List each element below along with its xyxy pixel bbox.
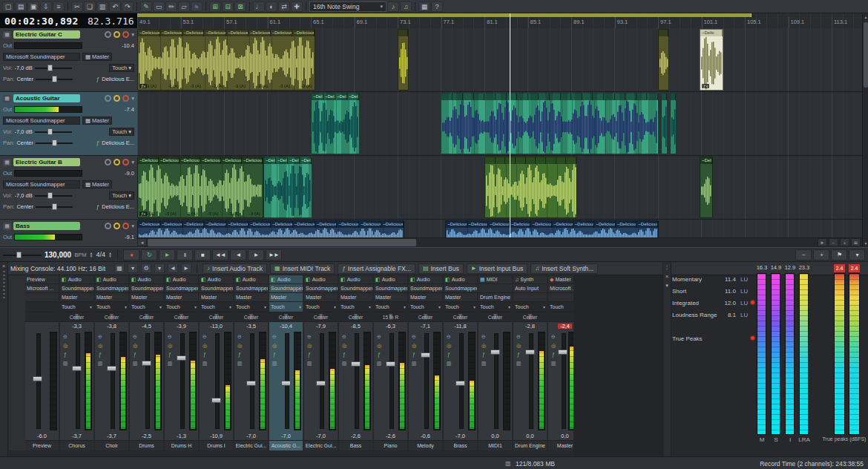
fx-icon[interactable]: ƒ [96, 76, 99, 82]
channel-io-icon[interactable]: ▥ [516, 361, 522, 366]
channel-automation-selector[interactable]: Touch▾ [339, 302, 372, 312]
channel-volume-fader[interactable] [105, 332, 118, 430]
channel-fx-icon[interactable]: ƒ [308, 352, 311, 357]
channel-automation-selector[interactable]: Touch▾ [95, 302, 128, 312]
snap-to-markers-icon[interactable]: ⊠ [234, 1, 246, 12]
paint-tool-icon[interactable]: ✏ [165, 1, 177, 12]
timeline-ruler[interactable]: 49.153.157.161.165.169.173.177.181.185.1… [137, 13, 862, 29]
channel-name-label[interactable]: Brass [444, 440, 477, 450]
channel-device-selector[interactable]: Soundmapper [60, 284, 93, 293]
channel-bus-selector[interactable]: Master [60, 293, 93, 302]
channel-fx-icon[interactable]: ƒ [238, 352, 241, 357]
bus-selector[interactable]: ▦Master [82, 117, 112, 125]
zoom-tool-icon[interactable]: ⊞ [851, 238, 861, 246]
mixer-strip-drums-h[interactable]: ◧AudioSoundmapperMasterTouch▾Center-3,9⊖… [165, 275, 199, 450]
volume-slider[interactable] [35, 65, 72, 71]
automation-mode-selector[interactable]: Touch▾ [109, 191, 134, 200]
channel-name-label[interactable]: Electric Gui... [304, 440, 338, 450]
channel-volume-fader[interactable] [315, 332, 327, 430]
track-name-chip[interactable]: Electric Guitar B [13, 158, 80, 166]
volume-slider-thumb[interactable] [47, 192, 53, 199]
channel-mute-icon[interactable]: ⊖ [98, 334, 102, 339]
mixer-strip-brass[interactable]: ◧AudioSoundmapperMasterTouch▾Center-11,8… [444, 275, 478, 450]
fader-cap[interactable] [246, 381, 256, 386]
insert-soft-synth-button[interactable]: ♫Insert Soft Synth... [530, 263, 598, 274]
mixer-scroll-left-icon[interactable]: ◄ [168, 263, 178, 273]
channel-solo-icon[interactable]: ◎ [342, 343, 346, 348]
channel-volume-fader[interactable] [280, 332, 292, 430]
channel-solo-icon[interactable]: ◎ [516, 343, 521, 348]
channel-device-selector[interactable]: Soundmapper [200, 284, 233, 293]
erase-tool-icon[interactable]: ▱ [178, 1, 190, 12]
insert-input-bus-button[interactable]: ►Insert Input Bus [467, 263, 527, 274]
audio-event-electric-guitar-b-0[interactable]: ~Delicious~Delicious~Delicious~Delicious… [137, 157, 263, 218]
channel-fx-icon[interactable]: ƒ [482, 352, 485, 357]
mixer-strip-melody[interactable]: ◧AudioSoundmapperMasterTouch▾Center-7,1⊖… [409, 275, 443, 450]
track-fx-chain[interactable]: Delicious E... [102, 203, 134, 210]
channel-solo-icon[interactable]: ◎ [551, 343, 556, 348]
mixer-strip-piano[interactable]: ◧AudioSoundmapperMasterTouch▾15 % R-6,3⊖… [374, 275, 408, 450]
channel-volume-fader[interactable] [349, 332, 362, 430]
mixer-settings-arrow-icon[interactable]: ▾ [154, 263, 165, 273]
go-to-start-button[interactable]: ◄◄ [212, 249, 228, 260]
timeline-lane-acoustic-guitar[interactable]: ~Del~Del~Del~Del [137, 92, 862, 156]
audio-event-electric-guitar-c-2[interactable] [658, 29, 669, 91]
channel-device-selector[interactable]: Soundmapper [339, 284, 372, 293]
paste-icon[interactable]: ▥ [96, 1, 108, 12]
channel-device-selector[interactable] [479, 284, 512, 293]
play-button[interactable]: ► [159, 249, 175, 260]
mixer-strip-electric-gui[interactable]: ◧AudioSoundmapperMasterTouch▾Center-7,9⊖… [304, 275, 338, 450]
channel-pan-slider[interactable]: 15 % R [374, 312, 407, 322]
channel-pan-slider[interactable]: Center [513, 312, 547, 322]
fader-cap[interactable] [211, 398, 221, 403]
channel-volume-fader[interactable] [175, 332, 188, 430]
channel-io-icon[interactable]: ▥ [481, 361, 487, 366]
channel-io-icon[interactable]: ▥ [133, 361, 138, 366]
event-fx-badge[interactable]: ƒx [139, 84, 147, 88]
audio-event-electric-guitar-c-0[interactable]: ~Delicious~Delicious~Delicious~Delicious… [137, 29, 315, 91]
track-arm-button[interactable] [122, 95, 129, 102]
channel-device-selector[interactable]: Soundmapper [165, 284, 198, 293]
timeline-vscrollbar[interactable]: ▲ ▼ [862, 13, 868, 247]
automation-mode-selector[interactable]: Touch▾ [109, 128, 134, 136]
pan-slider[interactable] [36, 76, 73, 82]
channel-automation-selector[interactable]: Touch▾ [60, 302, 93, 312]
channel-solo-icon[interactable]: ◎ [237, 343, 242, 348]
channel-solo-icon[interactable]: ◎ [98, 343, 102, 348]
track-menu-icon[interactable]: ▾ [131, 159, 134, 165]
undo-icon[interactable]: ↶ [109, 1, 121, 12]
channel-pan-slider[interactable]: Center [130, 312, 163, 322]
channel-io-icon[interactable]: ▥ [98, 361, 103, 366]
channel-automation-selector[interactable]: Touch▾ [374, 302, 407, 312]
channel-device-selector[interactable]: Soundmapper [95, 284, 128, 293]
channel-solo-icon[interactable]: ◎ [377, 343, 381, 348]
channel-name-label[interactable]: Choir [95, 440, 128, 450]
channel-pan-slider[interactable]: Center [269, 312, 303, 322]
channel-volume-fader[interactable] [210, 332, 223, 430]
clip-indicator[interactable]: -2,4 [558, 324, 571, 329]
audio-event-acoustic-guitar-0[interactable]: ~Del~Del~Del~Del [311, 93, 360, 154]
channel-pan-slider[interactable]: Center [444, 312, 477, 322]
next-marker-button[interactable]: ► [248, 249, 264, 260]
channel-name-label[interactable]: Bass [339, 440, 372, 450]
channel-io-icon[interactable]: ▥ [272, 361, 277, 366]
fader-cap[interactable] [33, 376, 42, 381]
channel-bus-selector[interactable]: Master [95, 293, 128, 302]
channel-name-label[interactable]: Drums I [200, 440, 233, 450]
channel-bus-selector[interactable]: Master [165, 293, 198, 302]
time-display[interactable]: 00:02:30,892 82.3.716 [0, 13, 137, 28]
pan-slider-thumb[interactable] [52, 76, 57, 82]
fader-cap[interactable] [456, 381, 465, 386]
channel-name-label[interactable]: Melody [409, 440, 442, 450]
channel-mute-icon[interactable]: ⊖ [237, 334, 242, 339]
channel-pan-slider[interactable]: Center [200, 312, 233, 322]
channel-fx-icon[interactable]: ƒ [447, 352, 450, 357]
channel-bus-selector[interactable]: Master [339, 293, 372, 302]
track-mute-button[interactable] [105, 95, 111, 102]
pan-slider-thumb[interactable] [52, 140, 57, 146]
track-menu-icon[interactable]: ▾ [131, 31, 134, 38]
channel-volume-fader[interactable] [419, 332, 432, 430]
track-name-chip[interactable]: Acoustic Guitar [13, 94, 80, 102]
fader-cap[interactable] [351, 361, 361, 367]
timeline-hscrollbar[interactable]: ◄►−+⊞ [137, 237, 862, 247]
